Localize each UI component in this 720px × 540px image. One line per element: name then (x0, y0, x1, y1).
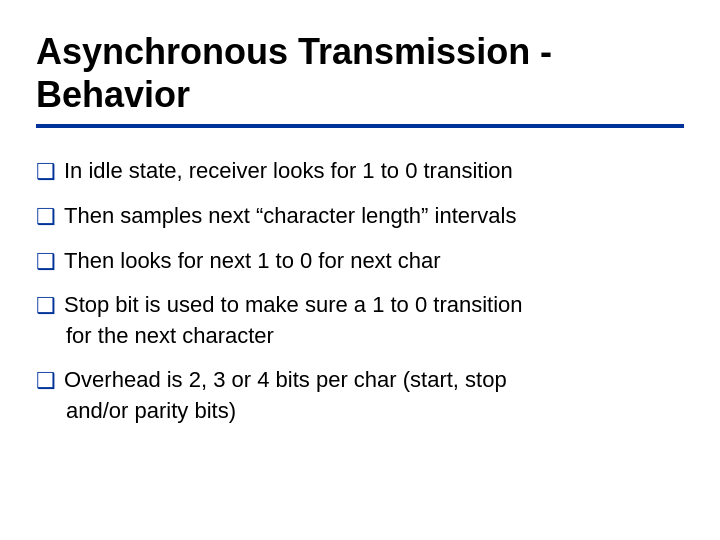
bullet-text: Stop bit is used to make sure a 1 to 0 t… (64, 290, 684, 320)
bullet-continuation-text: for the next character (66, 321, 684, 351)
bullet-text: Overhead is 2, 3 or 4 bits per char (sta… (64, 365, 684, 395)
title-underline (36, 124, 684, 128)
bullet-icon: ❑ (36, 291, 56, 321)
bullet-icon: ❑ (36, 157, 56, 187)
title-section: Asynchronous Transmission - Behavior (36, 30, 684, 146)
list-item: ❑ Overhead is 2, 3 or 4 bits per char (s… (36, 365, 684, 425)
list-item: ❑ Then looks for next 1 to 0 for next ch… (36, 246, 684, 277)
list-item: ❑ Stop bit is used to make sure a 1 to 0… (36, 290, 684, 350)
bullet-text: Then looks for next 1 to 0 for next char (64, 246, 684, 276)
title-line1: Asynchronous Transmission - (36, 31, 552, 72)
bullet-continuation-text: and/or parity bits) (66, 396, 684, 426)
bullet-icon: ❑ (36, 202, 56, 232)
bullet-text: Then samples next “character length” int… (64, 201, 684, 231)
bullet-icon: ❑ (36, 247, 56, 277)
slide-title: Asynchronous Transmission - Behavior (36, 30, 684, 116)
list-item: ❑ In idle state, receiver looks for 1 to… (36, 156, 684, 187)
bullet-list: ❑ In idle state, receiver looks for 1 to… (36, 156, 684, 439)
bullet-icon: ❑ (36, 366, 56, 396)
title-line2: Behavior (36, 74, 190, 115)
bullet-text: In idle state, receiver looks for 1 to 0… (64, 156, 684, 186)
list-item: ❑ Then samples next “character length” i… (36, 201, 684, 232)
slide-container: Asynchronous Transmission - Behavior ❑ I… (0, 0, 720, 540)
